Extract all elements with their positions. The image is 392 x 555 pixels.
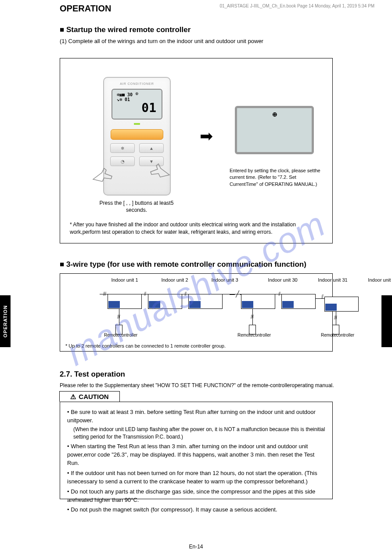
- indoor-unit: [281, 294, 316, 309]
- caution-text: CAUTION: [79, 393, 108, 400]
- clock-icon: ⊕: [135, 91, 139, 96]
- wire-slash-icon: //: [321, 293, 323, 300]
- page-number: En-14: [189, 544, 203, 550]
- wire-slash-icon: //: [184, 290, 186, 297]
- caution-bullet: • If the outdoor unit has not been turne…: [67, 469, 325, 486]
- rc-label: Remotecontroller: [236, 333, 273, 337]
- remote-controller: AIR CONDITIONER ⊕ ❄▣■ 30 ↘❄ 01 01 ❄ ▲ ◔ …: [103, 77, 171, 196]
- sec1-step: (1) Complete all of the wirings and turn…: [60, 37, 341, 46]
- sec2-heading: ■ 3-wire type (for use with remote contr…: [60, 260, 306, 269]
- remote-lcd: ⊕ ❄▣■ 30 ↘❄ 01 01: [111, 89, 162, 120]
- press-buttons-caption: Press the [ , , ] buttons at least5 seco…: [93, 200, 180, 214]
- wire-slash-icon: //: [278, 290, 280, 297]
- iu-label: Indoor unit 31: [316, 277, 350, 283]
- indoor-unit: [324, 297, 359, 312]
- caution-subnote: (When the indoor unit LED lamp flashing …: [67, 426, 325, 441]
- wire-slash-icon: ///: [334, 314, 337, 321]
- box2-note: * Up to 2 remote controllers can be conn…: [65, 343, 226, 348]
- iu-label: Indoor unit 2: [158, 277, 192, 283]
- caution-bullet: • Do not push the magnet switch (for com…: [67, 506, 325, 514]
- iu-label: Indoor unit 3: [208, 277, 242, 283]
- down-button[interactable]: ▼: [139, 156, 164, 166]
- hand-left-icon: [91, 164, 117, 186]
- caution-bullet: • Do not touch any parts at the discharg…: [67, 488, 325, 504]
- caution-bullet: • When starting the Test Run at less tha…: [67, 443, 325, 468]
- mode-button[interactable]: ❄: [110, 143, 135, 153]
- rc-label: Remotecontroller: [319, 333, 356, 337]
- up-button[interactable]: ▲: [139, 143, 164, 153]
- sec3-heading: 2.7. Test operation: [60, 370, 125, 379]
- caution-bullet: • Be sure to wait at least 3 min. before…: [67, 408, 325, 425]
- warning-icon: ⚠: [70, 393, 76, 401]
- box1-note: * After you have finished all the indoor…: [70, 221, 324, 236]
- sec3-intro: Please refer to the Supplementary sheet …: [60, 381, 336, 389]
- page-header-meta: 01_AIRSTAGE J-IIIL_OM_Ch_En.book Page 14…: [219, 4, 374, 8]
- wire-slash-icon: ///: [103, 290, 106, 297]
- iu-label: Indoor unit 32: [366, 277, 392, 283]
- page-title: OPERATION: [60, 4, 111, 14]
- indoor-unit: [241, 294, 275, 309]
- rc-label: Remotecontroller: [102, 333, 139, 337]
- caution-label: ⚠ CAUTION: [59, 391, 120, 402]
- led-indicator: [134, 123, 140, 125]
- lcd-row1a: ❄▣■ 30: [117, 92, 133, 97]
- iu-label: Indoor unit 30: [266, 277, 300, 283]
- arrow-right-icon: ➡: [200, 127, 213, 145]
- clock-icon-big: ⊕: [272, 111, 277, 118]
- iu-label: Indoor unit 1: [108, 277, 142, 283]
- side-tab-right: [381, 295, 392, 347]
- unit-diagram: ⸺╱⸺ /// // // // // /// /// ///: [60, 285, 332, 329]
- lcd-row2a: ↘❄ 01: [117, 97, 130, 102]
- power-button[interactable]: [111, 129, 163, 140]
- sec1-heading: ■ Startup the wired remote controller: [60, 25, 191, 34]
- wire-slash-icon: //: [144, 290, 146, 297]
- lcd-zoom: ⊕: [235, 106, 314, 154]
- zoom-caption: Entered by setting the clock, please set…: [230, 167, 322, 188]
- caution-body: • Be sure to wait at least 3 min. before…: [60, 402, 333, 499]
- wiring-diagram-box: Indoor unit 1 Indoor unit 2 Indoor unit …: [60, 273, 333, 352]
- wire-slash-icon: ///: [117, 313, 120, 320]
- iu-labels-row: Indoor unit 1 Indoor unit 2 Indoor unit …: [108, 277, 392, 283]
- wire-slash-icon: ///: [251, 313, 254, 320]
- fan-button[interactable]: ◔: [110, 156, 135, 166]
- startup-diagram-box: AIR CONDITIONER ⊕ ❄▣■ 30 ↘❄ 01 01 ❄ ▲ ◔ …: [60, 58, 333, 243]
- remote-brand-label: AIR CONDITIONER: [104, 82, 170, 85]
- indoor-unit: [148, 294, 182, 309]
- indoor-unit: [108, 294, 142, 309]
- caution-box: ⚠ CAUTION • Be sure to wait at least 3 m…: [60, 402, 333, 499]
- indoor-unit: [188, 294, 223, 309]
- side-tab-operation: OPERATION: [0, 295, 11, 347]
- lcd-big: 01: [115, 102, 159, 114]
